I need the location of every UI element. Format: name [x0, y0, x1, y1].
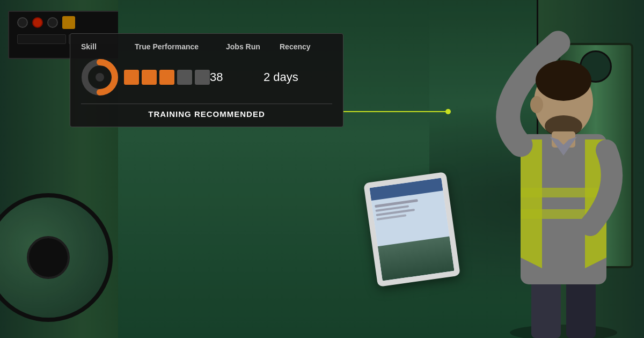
info-card: Skill True Performance Jobs Run Recency	[70, 33, 343, 127]
circular-machine	[0, 193, 113, 322]
perf-bar-3	[159, 70, 174, 85]
svg-marker-4	[521, 139, 542, 268]
ctrl-btn-1	[17, 17, 28, 28]
control-buttons	[9, 12, 125, 34]
svg-point-9	[536, 60, 591, 101]
svg-rect-6	[521, 188, 606, 197]
tablet-screen	[369, 178, 454, 281]
card-header-row: Skill True Performance Jobs Run Recency	[81, 42, 332, 51]
recency-value: 2 days	[264, 70, 332, 84]
skill-donut-icon	[81, 58, 119, 96]
ctrl-btn-3	[47, 17, 58, 28]
connector-line	[343, 111, 451, 112]
svg-point-16	[96, 73, 104, 82]
perf-bar-2	[142, 70, 157, 85]
recency-column-header: Recency	[280, 42, 332, 51]
performance-bars	[119, 70, 210, 85]
svg-point-11	[530, 96, 543, 113]
machine-hub	[27, 236, 70, 279]
worker-figure	[376, 0, 644, 338]
tablet-image-section	[378, 236, 455, 281]
card-data-row: 38 2 days	[81, 58, 332, 96]
perf-bar-1	[124, 70, 139, 85]
perf-bar-4	[177, 70, 192, 85]
skill-column-header: Skill	[81, 42, 129, 51]
tablet	[363, 172, 460, 287]
perf-bar-5	[195, 70, 210, 85]
panel-slot-1	[17, 34, 66, 44]
svg-point-0	[510, 325, 617, 338]
ctrl-btn-red	[32, 17, 43, 28]
jobs-run-column-header: Jobs Run	[226, 42, 280, 51]
true-performance-column-header: True Performance	[129, 42, 226, 51]
jobs-run-value: 38	[210, 70, 264, 84]
donut-chart-svg	[81, 58, 119, 96]
ctrl-btn-yellow	[62, 16, 75, 29]
training-recommended-label: TRAINING RECOMMENDED	[148, 109, 265, 119]
card-footer: TRAINING RECOMMENDED	[81, 104, 332, 119]
